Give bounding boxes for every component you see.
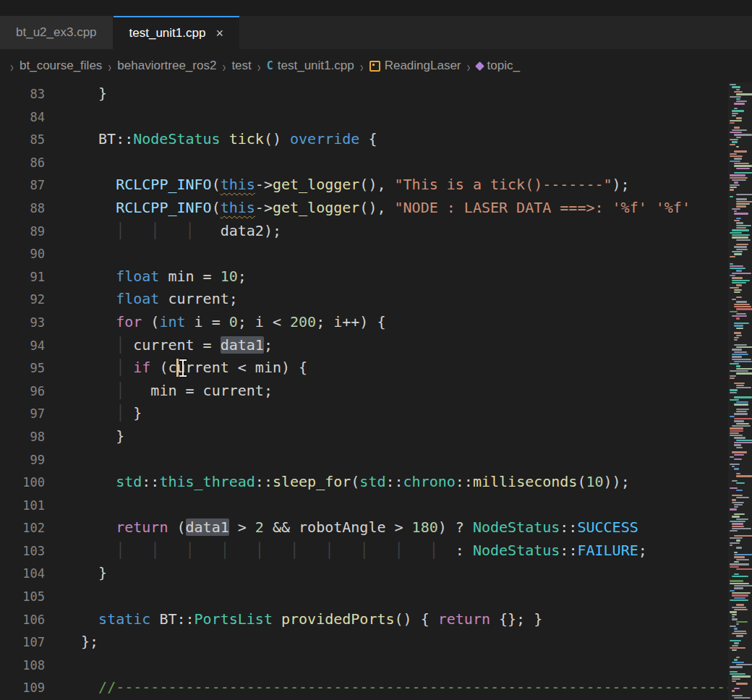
line-number[interactable]: 92 bbox=[0, 289, 45, 312]
breadcrumb-label: ReadingLaser bbox=[385, 59, 461, 73]
code-line[interactable]: 98 } bbox=[0, 425, 752, 448]
tab-bar: bt_u2_ex3.cpp test_unit1.cpp × bbox=[0, 16, 752, 49]
code-line[interactable]: 90 bbox=[0, 242, 752, 265]
breadcrumb-item-bt-course-files[interactable]: bt_course_files bbox=[20, 59, 102, 73]
code-lines: 83 }8485 BT::NodeStatus tick() override … bbox=[0, 82, 752, 699]
chevron-right-icon: › bbox=[222, 58, 226, 74]
chevron-right-icon: › bbox=[108, 58, 111, 74]
line-number[interactable]: 88 bbox=[0, 197, 45, 221]
line-number[interactable]: 97 bbox=[0, 403, 45, 426]
line-number[interactable]: 101 bbox=[0, 495, 45, 518]
code-line[interactable]: 93 for (int i = 0; i < 200; i++) { bbox=[0, 311, 752, 334]
code-line[interactable]: 85 BT::NodeStatus tick() override { bbox=[0, 128, 752, 151]
code-line[interactable]: 100 std::this_thread::sleep_for(std::chr… bbox=[0, 471, 752, 494]
code-line[interactable]: 109 //----------------------------------… bbox=[0, 676, 752, 699]
chevron-right-icon: › bbox=[467, 58, 471, 74]
line-number[interactable]: 102 bbox=[0, 517, 45, 540]
tab-label: test_unit1.cpp bbox=[129, 26, 206, 40]
line-number[interactable]: 105 bbox=[0, 586, 45, 609]
line-number[interactable]: 100 bbox=[0, 471, 45, 495]
breadcrumb-item-readinglaser[interactable]: ReadingLaser bbox=[369, 59, 461, 73]
code-line[interactable]: 104 } bbox=[0, 562, 752, 585]
tab-bt-u2-ex3-cpp[interactable]: bt_u2_ex3.cpp bbox=[0, 16, 114, 49]
code-line[interactable]: 101 bbox=[0, 494, 752, 517]
line-number[interactable]: 99 bbox=[0, 449, 45, 472]
line-number[interactable]: 89 bbox=[0, 221, 45, 244]
line-number[interactable]: 109 bbox=[0, 677, 45, 700]
chevron-right-icon: › bbox=[257, 58, 261, 74]
line-number[interactable]: 108 bbox=[0, 654, 45, 678]
line-number[interactable]: 106 bbox=[0, 609, 45, 632]
line-number[interactable]: 84 bbox=[0, 106, 45, 129]
line-number[interactable]: 98 bbox=[0, 426, 45, 449]
tab-test-unit1-cpp[interactable]: test_unit1.cpp × bbox=[114, 16, 239, 49]
code-line[interactable]: 88 RCLCPP_INFO(this->get_logger(), "NODE… bbox=[0, 197, 752, 220]
line-number[interactable]: 91 bbox=[0, 266, 45, 289]
breadcrumb-label: test_unit1.cpp bbox=[278, 59, 354, 73]
code-line[interactable]: 107}; bbox=[0, 631, 752, 654]
code-line[interactable]: 89 │ │ │ data2); bbox=[0, 220, 752, 243]
chevron-right-icon: › bbox=[360, 58, 364, 74]
code-line[interactable]: 102 return (data1 > 2 && robotAngle > 18… bbox=[0, 516, 752, 539]
code-line[interactable]: 105 bbox=[0, 585, 752, 608]
breadcrumb-item-test-unit1-cpp[interactable]: C test_unit1.cpp bbox=[267, 59, 354, 73]
code-line[interactable]: 103 │ │ │ │ │ │ │ │ │ │ : NodeStatus::FA… bbox=[0, 539, 752, 563]
line-number[interactable]: 86 bbox=[0, 152, 45, 175]
line-number[interactable]: 90 bbox=[0, 243, 45, 266]
code-line[interactable]: 99 bbox=[0, 448, 752, 471]
breadcrumb-item-test[interactable]: test bbox=[231, 59, 251, 73]
breadcrumb-label: behaviortree_ros2 bbox=[117, 59, 216, 73]
mouse-ibeam-cursor bbox=[179, 359, 187, 377]
breadcrumb-item-behaviortree-ros2[interactable]: behaviortree_ros2 bbox=[117, 59, 216, 73]
code-line[interactable]: 84 bbox=[0, 106, 752, 129]
code-line[interactable]: 83 } bbox=[0, 82, 752, 106]
code-editor[interactable]: 83 }8485 BT::NodeStatus tick() override … bbox=[0, 82, 752, 700]
field-symbol-icon bbox=[475, 61, 484, 71]
class-symbol-icon bbox=[369, 61, 380, 72]
breadcrumb-label: test bbox=[231, 59, 251, 73]
code-line[interactable]: 95 │ if (current < min) { bbox=[0, 357, 752, 380]
breadcrumb-label: topic_ bbox=[487, 59, 520, 73]
code-line[interactable]: 86 bbox=[0, 151, 752, 174]
code-line[interactable]: 87 RCLCPP_INFO(this->get_logger(), "This… bbox=[0, 174, 752, 197]
code-line[interactable]: 91 float min = 10; bbox=[0, 265, 752, 289]
minimap[interactable] bbox=[728, 82, 752, 700]
tab-label: bt_u2_ex3.cpp bbox=[16, 25, 97, 40]
code-line[interactable]: 92 float current; bbox=[0, 288, 752, 311]
code-line[interactable]: 106 static BT::PortsList providedPorts()… bbox=[0, 608, 752, 631]
breadcrumb-item-topic[interactable]: topic_ bbox=[477, 59, 520, 73]
line-number[interactable]: 93 bbox=[0, 312, 45, 335]
line-number[interactable]: 94 bbox=[0, 335, 45, 358]
line-number[interactable]: 103 bbox=[0, 540, 45, 563]
line-number[interactable]: 96 bbox=[0, 380, 45, 404]
code-line[interactable]: 94 │ current = data1; bbox=[0, 334, 752, 357]
close-icon[interactable]: × bbox=[215, 27, 223, 40]
code-line[interactable]: 96 │ min = current; bbox=[0, 380, 752, 403]
code-line[interactable]: 108 bbox=[0, 654, 752, 677]
line-number[interactable]: 104 bbox=[0, 563, 45, 586]
line-number[interactable]: 83 bbox=[0, 83, 45, 106]
line-number[interactable]: 107 bbox=[0, 631, 45, 654]
line-number[interactable]: 95 bbox=[0, 357, 45, 380]
line-number[interactable]: 85 bbox=[0, 129, 45, 152]
line-number[interactable]: 87 bbox=[0, 174, 45, 197]
cpp-file-icon: C bbox=[267, 59, 273, 72]
breadcrumb: › bt_course_files › behaviortree_ros2 › … bbox=[0, 49, 752, 82]
code-line[interactable]: 97 │ } bbox=[0, 402, 752, 425]
chevron-right-icon: › bbox=[10, 58, 14, 74]
breadcrumb-label: bt_course_files bbox=[20, 59, 102, 73]
window-titlebar bbox=[0, 0, 752, 16]
